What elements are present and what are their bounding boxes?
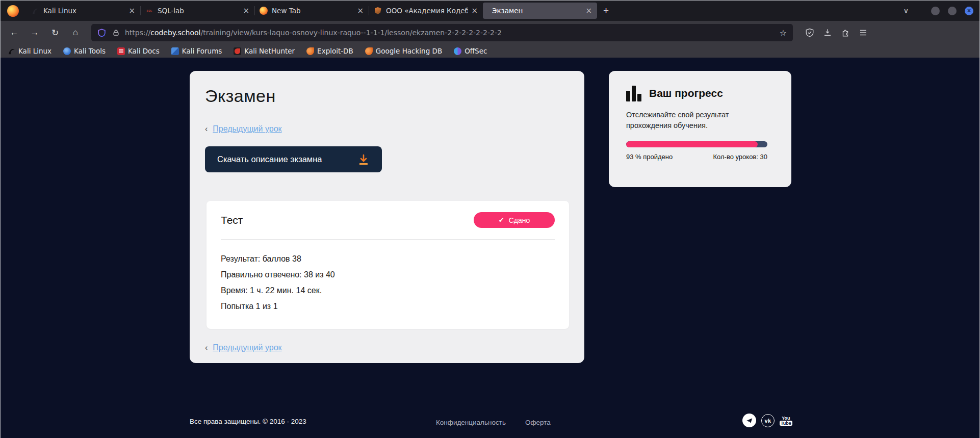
bookmark-label: Google Hacking DB bbox=[376, 47, 442, 55]
globe-icon bbox=[63, 47, 71, 55]
exam-card: Экзамен ‹ Предыдущий урок Скачать описан… bbox=[190, 71, 584, 363]
divider bbox=[221, 239, 555, 240]
tab-title: ООО «Академия Кодеба bbox=[386, 7, 468, 15]
url-bar[interactable]: https://codeby.school/training/view/kurs… bbox=[91, 24, 793, 41]
window-minimize-button[interactable] bbox=[931, 7, 940, 15]
tabbar-right-controls: ∨ × bbox=[904, 1, 979, 21]
youtube-icon[interactable]: You Tube bbox=[780, 416, 792, 426]
bookmark-kali-docs[interactable]: Kali Docs bbox=[117, 47, 160, 55]
kali-dragon-favicon-icon bbox=[31, 7, 39, 15]
tab-close-icon[interactable]: × bbox=[354, 6, 364, 15]
offer-link[interactable]: Оферта bbox=[525, 419, 551, 426]
tab-title: Kali Linux bbox=[43, 7, 125, 15]
window-maximize-button[interactable] bbox=[948, 7, 957, 15]
kali-dragon-icon bbox=[8, 47, 15, 55]
back-button-icon[interactable]: ← bbox=[6, 24, 23, 41]
result-attempt: Попытка 1 из 1 bbox=[221, 298, 555, 314]
download-button-label: Скачать описание экзамна bbox=[217, 154, 357, 164]
tab-new-tab[interactable]: New Tab × bbox=[254, 3, 369, 19]
bookmark-offsec[interactable]: OffSec bbox=[454, 47, 487, 55]
bookmark-google-hacking-db[interactable]: Google Hacking DB bbox=[365, 47, 442, 55]
reload-button-icon[interactable]: ↻ bbox=[46, 24, 64, 41]
tab-bar: Kali Linux × SQL SQL-lab × New Tab × ООО… bbox=[1, 1, 979, 21]
result-time: Время: 1 ч. 22 мин. 14 сек. bbox=[221, 282, 555, 298]
passed-status-badge: ✔ Сдано bbox=[474, 212, 555, 228]
prev-lesson-link[interactable]: Предыдущий урок bbox=[213, 343, 281, 352]
page-content: Экзамен ‹ Предыдущий урок Скачать описан… bbox=[1, 58, 979, 438]
tab-sql-lab[interactable]: SQL SQL-lab × bbox=[140, 3, 254, 19]
bookmark-star-icon[interactable]: ☆ bbox=[776, 28, 787, 38]
telegram-icon[interactable] bbox=[742, 414, 756, 427]
toolbar-right-icons bbox=[805, 28, 868, 37]
progress-header: Ваш прогресс bbox=[626, 85, 774, 101]
bookmark-label: Kali Linux bbox=[18, 47, 51, 55]
download-icon bbox=[357, 153, 370, 166]
new-tab-button[interactable]: + bbox=[597, 5, 615, 16]
list-all-tabs-chevron-icon[interactable]: ∨ bbox=[904, 7, 923, 15]
url-scheme: https:// bbox=[125, 29, 150, 37]
nethunter-icon bbox=[234, 47, 241, 55]
menu-hamburger-icon[interactable] bbox=[859, 28, 868, 37]
forward-button-icon[interactable]: → bbox=[26, 24, 43, 41]
result-correct: Правильно отвечено: 38 из 40 bbox=[221, 267, 555, 282]
tab-kali-linux[interactable]: Kali Linux × bbox=[26, 3, 140, 19]
codeby-shield-favicon-icon bbox=[374, 7, 382, 15]
progress-description: Отслеживайте свой результат прохождения … bbox=[626, 110, 743, 131]
progress-card: Ваш прогресс Отслеживайте свой результат… bbox=[609, 71, 791, 187]
bookmark-label: Kali Forums bbox=[182, 47, 222, 55]
tab-close-icon[interactable]: × bbox=[468, 6, 478, 15]
footer-links: Конфиденциальность Оферта bbox=[436, 419, 551, 426]
exploit-db-bird-icon bbox=[306, 47, 314, 55]
downloads-icon[interactable] bbox=[823, 28, 832, 37]
bar-chart-icon bbox=[626, 85, 641, 101]
tracking-protection-shield-icon[interactable] bbox=[97, 29, 106, 37]
youtube-text-bottom: Tube bbox=[780, 421, 792, 426]
prev-lesson-link[interactable]: Предыдущий урок bbox=[213, 124, 281, 134]
bookmark-label: Exploit-DB bbox=[317, 47, 353, 55]
extensions-puzzle-icon[interactable] bbox=[841, 28, 850, 37]
tab-close-icon[interactable]: × bbox=[240, 6, 249, 15]
test-results: Результат: баллов 38 Правильно отвечено:… bbox=[221, 251, 555, 314]
social-icons: vk You Tube bbox=[742, 414, 792, 427]
page-title: Экзамен bbox=[205, 86, 569, 106]
progress-labels: 93 % пройдено Кол-во уроков: 30 bbox=[626, 153, 767, 161]
chevron-left-icon: ‹ bbox=[205, 343, 208, 352]
bookmark-label: Kali Tools bbox=[74, 47, 106, 55]
tab-close-icon[interactable]: × bbox=[125, 6, 135, 15]
bookmark-label: Kali NetHunter bbox=[244, 47, 295, 55]
bookmark-kali-linux[interactable]: Kali Linux bbox=[8, 47, 51, 55]
bookmark-kali-tools[interactable]: Kali Tools bbox=[63, 47, 106, 55]
navigation-toolbar: ← → ↻ ⌂ https://codeby.school/training/v… bbox=[1, 21, 979, 44]
tab-academy-codeby[interactable]: ООО «Академия Кодеба × bbox=[369, 3, 483, 19]
protections-dashboard-shield-icon[interactable] bbox=[805, 28, 814, 37]
bookmark-exploit-db[interactable]: Exploit-DB bbox=[306, 47, 353, 55]
tab-title: Экзамен bbox=[492, 7, 582, 15]
home-button-icon[interactable]: ⌂ bbox=[67, 24, 84, 41]
vk-icon[interactable]: vk bbox=[761, 414, 775, 427]
bookmark-kali-nethunter[interactable]: Kali NetHunter bbox=[234, 47, 295, 55]
prev-lesson-top: ‹ Предыдущий урок bbox=[205, 124, 569, 134]
result-score: Результат: баллов 38 bbox=[221, 251, 555, 267]
progress-bar bbox=[626, 141, 767, 147]
privacy-link[interactable]: Конфиденциальность bbox=[436, 419, 506, 426]
tab-title: SQL-lab bbox=[158, 7, 240, 15]
copyright-text: Все права защищены. © 2016 - 2023 bbox=[190, 418, 306, 425]
download-exam-description-button[interactable]: Скачать описание экзамна bbox=[205, 146, 382, 172]
bookmark-label: Kali Docs bbox=[128, 47, 160, 55]
prev-lesson-bottom: ‹ Предыдущий урок bbox=[205, 343, 569, 352]
check-icon: ✔ bbox=[499, 216, 504, 224]
lock-icon bbox=[112, 29, 120, 37]
badge-label: Сдано bbox=[509, 216, 530, 224]
bookmark-label: OffSec bbox=[465, 47, 487, 55]
firefox-logo-icon[interactable] bbox=[7, 5, 19, 17]
tab-close-icon[interactable]: × bbox=[582, 6, 592, 15]
url-host: codeby.school bbox=[150, 29, 200, 37]
window-close-button[interactable]: × bbox=[965, 7, 973, 15]
tab-ekzamen-active[interactable]: Экзамен × bbox=[483, 3, 597, 19]
test-result-card: Тест ✔ Сдано Результат: баллов 38 Правил… bbox=[207, 201, 569, 329]
url-text[interactable]: https://codeby.school/training/view/kurs… bbox=[125, 29, 776, 37]
offsec-icon bbox=[454, 47, 461, 55]
bookmark-kali-forums[interactable]: Kali Forums bbox=[171, 47, 222, 55]
forum-icon bbox=[171, 47, 179, 55]
bookmarks-toolbar: Kali Linux Kali Tools Kali Docs Kali For… bbox=[1, 44, 979, 58]
